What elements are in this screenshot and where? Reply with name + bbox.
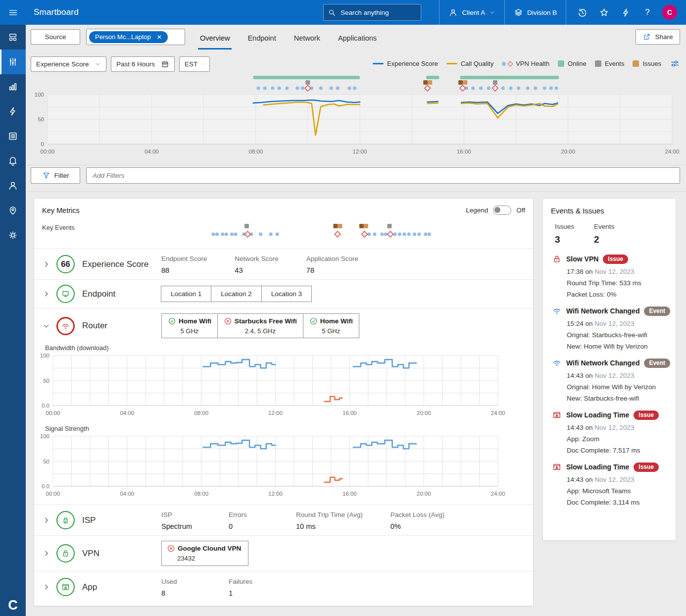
tab-overview[interactable]: Overview xyxy=(200,27,230,50)
event-badge: Issue xyxy=(603,255,628,264)
wifi-cell-starbucks[interactable]: Starbucks Free Wifi 2.4, 5 GHz xyxy=(217,314,303,338)
app-window-icon xyxy=(552,462,562,472)
source-button[interactable]: Source xyxy=(31,29,80,45)
device-chip-label: Person Mc...Laptop xyxy=(95,33,151,41)
svg-text:20:00: 20:00 xyxy=(417,410,431,416)
favorites-button[interactable] xyxy=(593,0,615,25)
sidebar-item-dashboard[interactable] xyxy=(0,25,26,50)
division-selector[interactable]: Division B xyxy=(504,0,566,25)
online-swatch xyxy=(558,60,564,67)
sidebar-item-notifications[interactable] xyxy=(0,149,26,173)
event-item[interactable]: Slow Loading TimeIssue14:43 on Nov 12, 2… xyxy=(550,404,669,456)
bar-chart-icon xyxy=(7,81,18,92)
app-window-icon xyxy=(552,410,562,420)
svg-text:24:00: 24:00 xyxy=(491,491,505,497)
chevron-down-icon[interactable] xyxy=(42,322,50,330)
hamburger-menu-button[interactable] xyxy=(0,0,26,25)
wifi-cell-home-2[interactable]: Home Wifi 5 GHz xyxy=(303,314,359,338)
chevron-right-icon[interactable] xyxy=(42,516,50,524)
quick-actions-button[interactable] xyxy=(615,0,637,25)
chevron-right-icon[interactable] xyxy=(42,290,50,298)
experience-row-label: Experience Score xyxy=(82,259,161,269)
global-search[interactable] xyxy=(323,4,421,21)
key-metrics-title: Key Metrics xyxy=(42,206,80,214)
svg-text:04:00: 04:00 xyxy=(120,491,134,497)
event-timestamp: 14:43 on Nov 12, 2023 xyxy=(567,476,669,483)
chevron-down-icon xyxy=(201,61,204,67)
search-icon xyxy=(328,8,336,17)
sidebar-items xyxy=(0,25,26,248)
history-button[interactable] xyxy=(571,0,593,25)
svg-text:100: 100 xyxy=(40,433,49,439)
sidebar-item-users[interactable] xyxy=(0,173,26,198)
chip-close-icon[interactable]: ✕ xyxy=(157,34,162,41)
event-item[interactable]: Wifi Network ChangedEvent14:43 on Nov 12… xyxy=(550,352,669,404)
user-avatar[interactable]: C xyxy=(662,5,677,20)
dashboard-icon xyxy=(7,32,18,43)
key-events-label: Key Events xyxy=(42,224,75,231)
search-input[interactable] xyxy=(340,8,414,17)
event-item[interactable]: Wifi Network ChangedEvent15:24 on Nov 12… xyxy=(550,300,669,352)
filter-button[interactable]: Filter xyxy=(31,167,80,184)
chevron-right-icon[interactable] xyxy=(42,583,50,591)
toggle-knob xyxy=(494,207,500,213)
sidebar-item-settings[interactable] xyxy=(0,223,26,248)
timezone-select[interactable]: EST xyxy=(179,56,210,72)
svg-text:00:00: 00:00 xyxy=(46,491,60,497)
svg-text:24:00: 24:00 xyxy=(665,149,680,154)
calendar-icon xyxy=(161,60,169,68)
sidebar-item-reports[interactable] xyxy=(0,124,26,149)
location-2-button[interactable]: Location 2 xyxy=(211,286,261,302)
issues-count: 3 xyxy=(555,234,574,245)
sidebar-item-metrics[interactable] xyxy=(0,50,26,74)
sidebar-item-locations[interactable] xyxy=(0,198,26,223)
event-detail: App: Microsoft Teams xyxy=(567,487,669,495)
sidebar-item-actions[interactable] xyxy=(0,99,26,124)
add-filters-input[interactable] xyxy=(86,167,680,184)
device-chip[interactable]: Person Mc...Laptop ✕ xyxy=(89,31,168,43)
experience-score-row[interactable]: 66 Experience Score Endpoint Score88 Net… xyxy=(34,249,533,279)
router-row[interactable]: Router Home Wifi 5 GHz Starbucks Free Wi… xyxy=(34,308,533,343)
bolt-icon xyxy=(7,106,18,117)
main-content: Source Person Mc...Laptop ✕ Overview End… xyxy=(26,25,686,616)
sidebar-item-charts[interactable] xyxy=(0,74,26,99)
x-circle-icon xyxy=(167,544,175,553)
chevron-right-icon[interactable] xyxy=(42,260,50,268)
legend-toggle[interactable] xyxy=(493,205,511,215)
events-issues-title: Events & Issues xyxy=(550,205,669,222)
client-selector[interactable]: Client A xyxy=(439,0,504,25)
layers-icon xyxy=(514,8,523,17)
isp-row[interactable]: ISP ISPSpectrum Errors0 Round Trip Time … xyxy=(34,505,533,535)
metric-select[interactable]: Experience Score xyxy=(31,56,106,72)
svg-text:12:00: 12:00 xyxy=(353,149,367,154)
legend-experience-score: Experience Score xyxy=(373,60,438,67)
legend-settings-icon[interactable] xyxy=(670,58,680,69)
location-1-button[interactable]: Location 1 xyxy=(161,286,211,302)
tab-network[interactable]: Network xyxy=(294,27,320,50)
event-item[interactable]: Slow Loading TimeIssue14:43 on Nov 12, 2… xyxy=(550,456,669,508)
location-3-button[interactable]: Location 3 xyxy=(261,286,312,302)
event-item[interactable]: Slow VPNIssue17:38 on Nov 12, 2023Round … xyxy=(550,248,669,300)
legend-events: Events xyxy=(595,60,625,67)
help-button[interactable]: ? xyxy=(637,0,658,25)
vpn-cell[interactable]: Google Clound VPN 23432 xyxy=(161,541,248,566)
app-failures-stat: Failures1 xyxy=(229,577,268,597)
svg-text:04:00: 04:00 xyxy=(145,149,159,154)
tab-applications[interactable]: Applications xyxy=(338,27,377,50)
svg-text:100: 100 xyxy=(40,353,49,359)
divider xyxy=(26,191,686,192)
legend-vpn-health: VPN Health xyxy=(502,60,549,67)
share-button[interactable]: Share xyxy=(636,29,680,45)
tab-endpoint[interactable]: Endpoint xyxy=(247,27,276,50)
time-range-select[interactable]: Past 6 Hours xyxy=(111,56,175,72)
isp-row-label: ISP xyxy=(82,515,161,525)
chevron-right-icon[interactable] xyxy=(42,549,50,558)
endpoint-row[interactable]: Endpoint Location 1 Location 2 Location … xyxy=(34,279,533,308)
left-nav-sidebar: C xyxy=(0,25,26,616)
vpn-ring xyxy=(56,544,75,563)
vpn-row[interactable]: VPN Google Clound VPN 23432 xyxy=(34,535,533,571)
app-row[interactable]: App Used8 Failures1 xyxy=(34,571,533,603)
wifi-cell-home-1[interactable]: Home Wifi 5 GHz xyxy=(162,314,217,338)
time-range-value: Past 6 Hours xyxy=(116,60,155,68)
star-icon xyxy=(599,7,609,18)
